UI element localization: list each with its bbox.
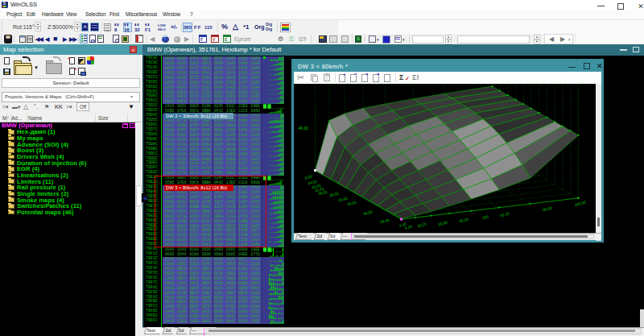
svg-text:150: 150	[482, 214, 489, 220]
svg-text:30,10: 30,10	[459, 217, 469, 223]
svg-text:80,00: 80,00	[543, 205, 553, 212]
svg-text:100,00: 100,00	[574, 200, 586, 206]
svg-text:48,00: 48,00	[363, 209, 374, 216]
svg-text:30,02: 30,02	[347, 200, 357, 206]
svg-text:4,18: 4,18	[404, 224, 412, 230]
svg-text:8,00: 8,00	[304, 174, 312, 180]
svg-text:50,33: 50,33	[500, 211, 510, 218]
svg-text:20,02: 20,02	[329, 191, 340, 197]
svg-text:48,46: 48,46	[380, 218, 390, 224]
svg-text:10,25: 10,25	[417, 222, 427, 228]
svg-text:20,00: 20,00	[438, 220, 448, 226]
svg-text:46,00: 46,00	[298, 125, 308, 130]
svg-text:25,02: 25,02	[338, 196, 349, 202]
